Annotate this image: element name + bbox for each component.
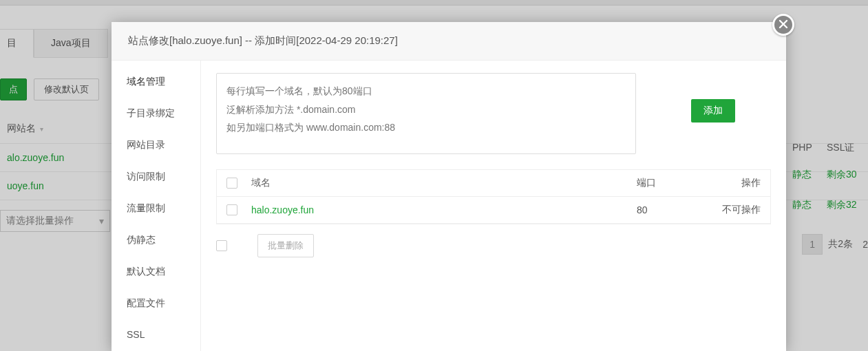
modal-title: 站点修改[halo.zuoye.fun] -- 添加时间[2022-04-29 … [112,22,786,61]
sidebar-item-pseudostatic[interactable]: 伪静态 [112,224,200,256]
domain-cell[interactable]: halo.zuoye.fun [251,204,637,215]
sidebar-item-subdir[interactable]: 子目录绑定 [112,98,200,129]
domain-table: 域名 端口 操作 halo.zuoye.fun 80 不可操作 [216,169,771,224]
port-cell: 80 [637,204,706,215]
add-domain-button[interactable]: 添加 [691,99,735,123]
select-all-checkbox[interactable] [226,178,237,189]
batch-select-all-checkbox[interactable] [216,240,227,251]
sidebar-item-default-doc[interactable]: 默认文档 [112,256,200,288]
row-checkbox[interactable] [226,204,237,215]
th-port: 端口 [637,177,706,189]
sidebar-item-traffic-limit[interactable]: 流量限制 [112,193,200,224]
close-icon [779,19,788,31]
domain-row: halo.zuoye.fun 80 不可操作 [217,197,770,224]
sidebar-item-config-file[interactable]: 配置文件 [112,288,200,319]
op-cell: 不可操作 [706,204,761,216]
modal-content: 添加 域名 端口 操作 halo.zuoye.fun 80 不可操作 批量 [201,61,786,351]
modal-sidebar: 域名管理 子目录绑定 网站目录 访问限制 流量限制 伪静态 默认文档 配置文件 … [112,61,201,351]
sidebar-item-domain[interactable]: 域名管理 [112,66,200,98]
site-edit-modal: 站点修改[halo.zuoye.fun] -- 添加时间[2022-04-29 … [112,22,786,351]
th-operation: 操作 [706,177,761,189]
batch-delete-button[interactable]: 批量删除 [257,234,314,257]
domain-input[interactable] [216,73,636,154]
close-button[interactable] [772,14,794,36]
sidebar-item-webdir[interactable]: 网站目录 [112,129,200,161]
th-domain: 域名 [251,177,637,189]
sidebar-item-ssl[interactable]: SSL [112,319,200,340]
sidebar-item-access-limit[interactable]: 访问限制 [112,161,200,193]
